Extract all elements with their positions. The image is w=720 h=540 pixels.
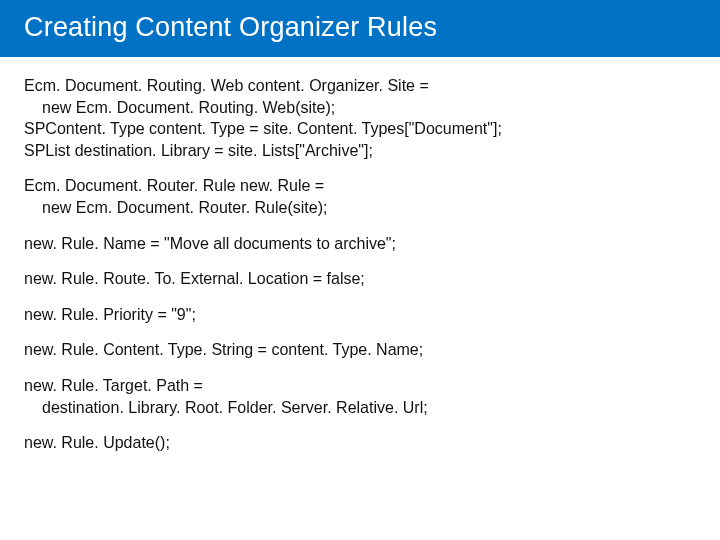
code-line: SPContent. Type content. Type = site. Co… bbox=[24, 118, 696, 140]
code-block: Ecm. Document. Router. Rule new. Rule = … bbox=[24, 175, 696, 218]
code-listing: Ecm. Document. Routing. Web content. Org… bbox=[0, 57, 720, 454]
slide: Creating Content Organizer Rules Ecm. Do… bbox=[0, 0, 720, 540]
code-line: new. Rule. Priority = "9"; bbox=[24, 304, 696, 326]
code-line: Ecm. Document. Router. Rule new. Rule = bbox=[24, 175, 696, 197]
code-block: new. Rule. Content. Type. String = conte… bbox=[24, 339, 696, 361]
code-line: new. Rule. Route. To. External. Location… bbox=[24, 268, 696, 290]
code-block: new. Rule. Priority = "9"; bbox=[24, 304, 696, 326]
code-line: SPList destination. Library = site. List… bbox=[24, 140, 696, 162]
code-line: new. Rule. Update(); bbox=[24, 432, 696, 454]
code-line: new. Rule. Name = "Move all documents to… bbox=[24, 233, 696, 255]
code-line: new. Rule. Target. Path = bbox=[24, 375, 696, 397]
code-line: Ecm. Document. Routing. Web content. Org… bbox=[24, 75, 696, 97]
code-block: Ecm. Document. Routing. Web content. Org… bbox=[24, 75, 696, 161]
code-block: new. Rule. Name = "Move all documents to… bbox=[24, 233, 696, 255]
code-line: new. Rule. Content. Type. String = conte… bbox=[24, 339, 696, 361]
code-block: new. Rule. Update(); bbox=[24, 432, 696, 454]
slide-title: Creating Content Organizer Rules bbox=[0, 0, 720, 57]
code-line: new Ecm. Document. Router. Rule(site); bbox=[24, 197, 696, 219]
code-block: new. Rule. Route. To. External. Location… bbox=[24, 268, 696, 290]
code-block: new. Rule. Target. Path = destination. L… bbox=[24, 375, 696, 418]
code-line: new Ecm. Document. Routing. Web(site); bbox=[24, 97, 696, 119]
code-line: destination. Library. Root. Folder. Serv… bbox=[24, 397, 696, 419]
